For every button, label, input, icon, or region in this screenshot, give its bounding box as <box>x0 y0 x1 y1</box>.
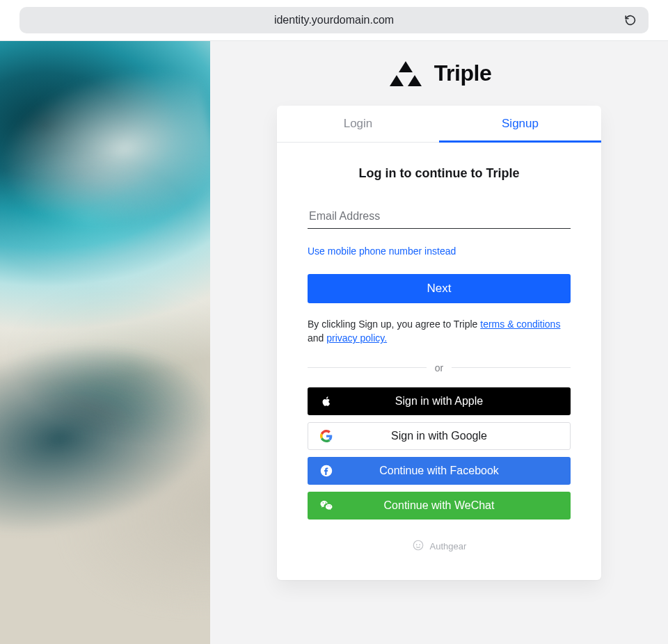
svg-point-6 <box>419 544 420 545</box>
tab-signup[interactable]: Signup <box>439 106 601 143</box>
browser-chrome: identity.yourdomain.com <box>0 0 668 40</box>
tab-login[interactable]: Login <box>277 106 439 142</box>
legal-prefix: By clickling Sign up, you agree to Tripl… <box>308 319 480 330</box>
email-field[interactable] <box>308 206 571 229</box>
use-phone-link[interactable]: Use mobile phone number instead <box>308 245 456 257</box>
auth-tabs: Login Signup <box>277 106 601 143</box>
card-heading: Log in to continue to Triple <box>308 166 571 181</box>
svg-marker-1 <box>390 75 404 86</box>
page: Triple Login Signup Log in to continue t… <box>0 41 668 644</box>
social-buttons: Sign in with Apple Sign in with Google <box>308 387 571 520</box>
facebook-icon <box>319 464 333 478</box>
legal-middle: and <box>308 332 326 344</box>
terms-link[interactable]: terms & conditions <box>480 319 560 330</box>
privacy-link[interactable]: privacy policy. <box>326 332 387 344</box>
signin-google-button[interactable]: Sign in with Google <box>308 422 571 450</box>
brand: Triple <box>387 61 491 86</box>
decorative-sidebar-image <box>0 41 210 644</box>
svg-marker-2 <box>408 75 422 86</box>
signin-apple-label: Sign in with Apple <box>395 395 483 408</box>
continue-wechat-label: Continue with WeChat <box>384 499 495 512</box>
powered-by-label: Authgear <box>430 541 467 552</box>
address-url: identity.yourdomain.com <box>274 14 394 26</box>
apple-icon <box>319 394 333 408</box>
wechat-icon <box>319 499 333 513</box>
authgear-icon <box>412 539 424 554</box>
svg-point-5 <box>415 544 417 545</box>
divider-label: or <box>435 362 443 373</box>
brand-name: Triple <box>434 61 491 86</box>
content-area: Triple Login Signup Log in to continue t… <box>210 41 668 644</box>
legal-text: By clickling Sign up, you agree to Tripl… <box>308 317 571 346</box>
next-button[interactable]: Next <box>308 274 571 303</box>
powered-by: Authgear <box>308 539 571 554</box>
auth-card: Login Signup Log in to continue to Tripl… <box>277 106 601 580</box>
svg-marker-0 <box>399 61 413 72</box>
continue-facebook-button[interactable]: Continue with Facebook <box>308 457 571 485</box>
refresh-icon[interactable] <box>623 13 637 27</box>
google-icon <box>319 429 333 443</box>
continue-facebook-label: Continue with Facebook <box>379 465 499 477</box>
brand-logo-icon <box>387 61 424 86</box>
svg-point-4 <box>413 540 423 550</box>
address-bar[interactable]: identity.yourdomain.com <box>19 7 649 33</box>
continue-wechat-button[interactable]: Continue with WeChat <box>308 492 571 520</box>
social-divider: or <box>308 362 571 373</box>
card-body: Log in to continue to Triple Use mobile … <box>277 143 601 580</box>
signin-google-label: Sign in with Google <box>391 430 487 442</box>
signin-apple-button[interactable]: Sign in with Apple <box>308 387 571 415</box>
